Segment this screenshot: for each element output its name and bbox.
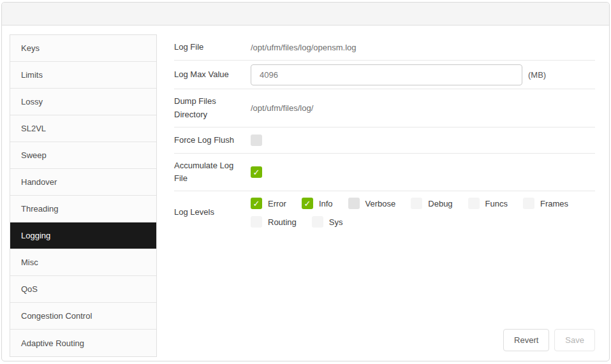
sidebar-item-sl2vl[interactable]: SL2VL [10,115,156,142]
debug-label: Debug [428,199,452,208]
log-level-frames[interactable]: ✓ Frames [523,198,568,209]
sidebar-item-adaptive-routing[interactable]: Adaptive Routing [10,330,156,356]
log-levels-line-2: ✓ Routing ✓ Sys [251,216,584,228]
info-label: Info [319,199,333,208]
check-icon: ✓ [253,168,260,177]
log-level-routing[interactable]: ✓ Routing [251,216,297,228]
frames-label: Frames [540,199,568,208]
sidebar-item-keys[interactable]: Keys [10,35,156,62]
error-checkbox[interactable]: ✓ [251,198,262,209]
dump-files-directory-row: Dump Files Directory /opt/ufm/files/log/ [174,89,595,127]
log-level-error[interactable]: ✓ Error [251,198,286,209]
info-checkbox[interactable]: ✓ [302,198,313,209]
error-label: Error [268,199,286,208]
funcs-checkbox[interactable]: ✓ [468,198,480,209]
force-log-flush-row: Force Log Flush ✓ [174,127,595,154]
log-level-sys[interactable]: ✓ Sys [312,216,343,228]
form-spacer [174,235,595,329]
revert-button[interactable]: Revert [503,329,549,351]
force-log-flush-label: Force Log Flush [174,134,251,147]
sidebar-item-congestion-control[interactable]: Congestion Control [10,303,156,330]
log-max-value-unit: (MB) [528,70,546,80]
accumulate-log-file-row: Accumulate Log File ✓ [174,154,595,191]
log-levels-line-1: ✓ Error ✓ Info ✓ Verbose ✓ [251,198,584,209]
log-file-label: Log File [174,41,251,54]
log-levels-options: ✓ Error ✓ Info ✓ Verbose ✓ [251,198,584,228]
sidebar-item-qos[interactable]: QoS [10,276,156,303]
log-level-funcs[interactable]: ✓ Funcs [468,198,508,209]
log-level-info[interactable]: ✓ Info [302,198,333,209]
dump-files-directory-value: /opt/ufm/files/log/ [251,103,313,113]
log-max-value-label: Log Max Value [174,68,251,81]
verbose-checkbox[interactable]: ✓ [348,198,360,209]
sidebar-item-sweep[interactable]: Sweep [10,142,156,169]
accumulate-log-file-checkbox[interactable]: ✓ [251,166,262,178]
frames-checkbox[interactable]: ✓ [523,198,534,209]
check-icon: ✓ [253,200,260,208]
verbose-label: Verbose [365,199,396,208]
log-level-verbose[interactable]: ✓ Verbose [348,198,396,209]
sidebar-item-limits[interactable]: Limits [10,62,156,89]
debug-checkbox[interactable]: ✓ [411,198,422,209]
sidebar-item-handover[interactable]: Handover [10,169,156,196]
log-file-value: /opt/ufm/files/log/opensm.log [251,43,356,52]
log-file-row: Log File /opt/ufm/files/log/opensm.log [174,34,595,61]
accumulate-log-file-label: Accumulate Log File [174,159,251,185]
log-levels-label: Log Levels [174,206,251,219]
settings-category-list: Keys Limits Lossy SL2VL Sweep Handover T… [10,34,157,357]
form-actions: Revert Save [174,329,595,353]
sys-checkbox[interactable]: ✓ [312,216,323,228]
force-log-flush-checkbox[interactable]: ✓ [251,135,262,146]
panel-body: Keys Limits Lossy SL2VL Sweep Handover T… [2,26,609,361]
check-icon: ✓ [304,200,311,208]
dump-files-directory-label: Dump Files Directory [174,95,251,120]
log-level-debug[interactable]: ✓ Debug [411,198,452,209]
sidebar-item-lossy[interactable]: Lossy [10,89,156,115]
sidebar-item-misc[interactable]: Misc [10,249,156,276]
sidebar-item-threading[interactable]: Threading [10,196,156,222]
panel-header [2,3,609,25]
logging-settings-form: Log File /opt/ufm/files/log/opensm.log L… [174,34,595,353]
funcs-label: Funcs [485,199,508,208]
sidebar-item-logging[interactable]: Logging [10,222,156,249]
save-button[interactable]: Save [554,329,595,351]
routing-label: Routing [268,217,297,227]
routing-checkbox[interactable]: ✓ [251,216,262,228]
log-levels-row: Log Levels ✓ Error ✓ Info ✓ Ver [174,191,595,235]
log-max-value-row: Log Max Value (MB) [174,61,595,89]
settings-panel: Keys Limits Lossy SL2VL Sweep Handover T… [1,2,610,361]
log-max-value-input[interactable] [251,64,522,85]
sys-label: Sys [329,217,343,227]
